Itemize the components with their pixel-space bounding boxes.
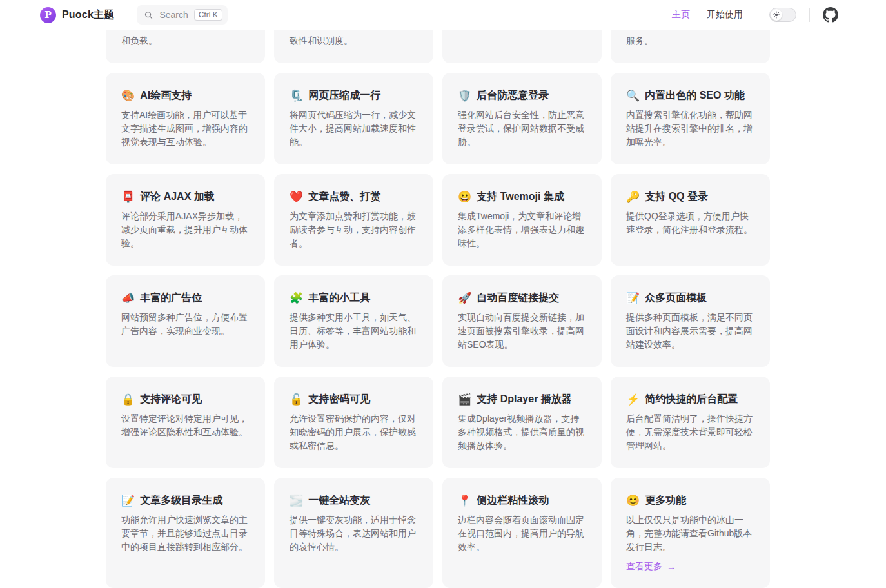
- feature-card-header: 📝 文章多级目录生成: [121, 493, 250, 507]
- feature-title: 众多页面模板: [645, 291, 707, 305]
- feature-card: 😀 支持 Twemoji 集成 集成Twemoji，为文章和评论增添多样化表情，…: [442, 174, 602, 266]
- feature-card: ⚡ 简约快捷的后台配置 后台配置简洁明了，操作快捷方便，无需深度技术背景即可轻松…: [611, 377, 770, 468]
- feature-card-header: ❤️ 文章点赞、打赏: [290, 190, 418, 204]
- feature-card: 📣 丰富的广告位 网站预留多种广告位，方便布置广告内容，实现商业变现。: [106, 275, 265, 367]
- feature-card-header: ⚡ 简约快捷的后台配置: [626, 392, 754, 406]
- search-placeholder: Search: [159, 10, 188, 20]
- feature-description: 支持AI绘画功能，用户可以基于文字描述生成图画，增强内容的视觉表现与互动体验。: [121, 108, 250, 149]
- feature-description: 提供QQ登录选项，方便用户快速登录，简化注册和登录流程。: [626, 210, 754, 237]
- search-button[interactable]: Search Ctrl K: [137, 5, 227, 24]
- feature-description: 以上仅仅只是功能中的冰山一角，完整功能请查看Github版本发行日志。: [626, 513, 754, 554]
- feature-card-header: 📍 侧边栏粘性滚动: [458, 493, 586, 507]
- feature-card: ❤️ 文章点赞、打赏 为文章添加点赞和打赏功能，鼓励读者参与互动，支持内容创作者…: [274, 174, 433, 266]
- feature-description: 实现自动向百度提交新链接，加速页面被搜索引擎收录，提高网站SEO表现。: [458, 311, 586, 351]
- feature-card-header: 📣 丰富的广告位: [121, 291, 250, 305]
- memo-icon: 📝: [121, 495, 135, 506]
- feature-card: 🎬 支持 Dplayer 播放器 集成Dplayer视频播放器，支持多种视频格式…: [442, 377, 602, 468]
- feature-card-header: 🧩 丰富的小工具: [290, 291, 418, 305]
- feature-title: 丰富的广告位: [140, 291, 202, 305]
- feature-description: 提供多种实用小工具，如天气、日历、标签等，丰富网站功能和用户体验。: [290, 311, 418, 351]
- right-arrow-icon: →: [667, 562, 676, 572]
- nav-link-home[interactable]: 主页: [672, 9, 690, 21]
- lightning-icon: ⚡: [626, 394, 640, 405]
- feature-description-fragment: 致性和识别度。: [290, 34, 353, 48]
- feature-title: 支持 QQ 登录: [645, 190, 708, 204]
- site-title: Puock主题: [62, 8, 114, 22]
- github-link[interactable]: [823, 7, 838, 23]
- theme-toggle-knob: [771, 9, 782, 21]
- megaphone-icon: 📣: [121, 293, 135, 304]
- feature-card: 😊 更多功能 以上仅仅只是功能中的冰山一角，完整功能请查看Github版本发行日…: [611, 478, 770, 588]
- feature-card-header: 🗜️ 网页压缩成一行: [290, 88, 418, 103]
- feature-title: 支持 Dplayer 播放器: [477, 392, 572, 406]
- feature-title: 内置出色的 SEO 功能: [645, 88, 745, 103]
- feature-card-header: 😀 支持 Twemoji 集成: [458, 190, 586, 204]
- feature-description: 集成Twemoji，为文章和评论增添多样化表情，增强表达力和趣味性。: [458, 210, 586, 250]
- feature-description: 提供一键变灰功能，适用于悼念日等特殊场合，表达网站和用户的哀悼心情。: [290, 513, 418, 554]
- memo-icon: 📝: [626, 293, 640, 304]
- rocket-icon: 🚀: [458, 293, 471, 304]
- feature-description: 为文章添加点赞和打赏功能，鼓励读者参与互动，支持内容创作者。: [290, 210, 418, 250]
- feature-description: 设置特定评论对特定用户可见，增强评论区隐私性和互动体验。: [121, 412, 250, 439]
- feature-card: 🔓 支持密码可见 允许设置密码保护的内容，仅对知晓密码的用户展示，保护敏感或私密…: [274, 377, 433, 468]
- feature-description: 后台配置简洁明了，操作快捷方便，无需深度技术背景即可轻松管理网站。: [626, 412, 754, 453]
- feature-title: 侧边栏粘性滚动: [477, 493, 549, 507]
- feature-title: 后台防恶意登录: [477, 88, 549, 103]
- pushpin-icon: 📍: [458, 495, 471, 506]
- feature-description: 将网页代码压缩为一行，减少文件大小，提高网站加载速度和性能。: [290, 108, 418, 149]
- feature-title: 丰富的小工具: [308, 291, 370, 305]
- clapper-board-icon: 🎬: [458, 394, 471, 405]
- feature-description: 提供多种页面模板，满足不同页面设计和内容展示需要，提高网站建设效率。: [626, 311, 754, 351]
- theme-toggle[interactable]: [769, 8, 796, 22]
- github-icon: [823, 7, 838, 23]
- nav-divider: [809, 8, 810, 22]
- clamp-icon: 🗜️: [290, 90, 303, 101]
- nav-divider: [756, 8, 756, 22]
- navbar: P Puock主题 Search Ctrl K 主页 开始使用: [0, 0, 886, 30]
- key-icon: 🔑: [626, 191, 640, 202]
- logo-letter: P: [44, 10, 52, 20]
- lock-icon: 🔒: [121, 394, 135, 405]
- feature-card: 🗜️ 网页压缩成一行 将网页代码压缩为一行，减少文件大小，提高网站加载速度和性能…: [274, 73, 433, 164]
- feature-card: 🎨 AI绘画支持 支持AI绘画功能，用户可以基于文字描述生成图画，增强内容的视觉…: [106, 73, 265, 164]
- feature-card-header: 🎬 支持 Dplayer 播放器: [458, 392, 586, 406]
- open-lock-icon: 🔓: [290, 394, 303, 405]
- see-more-label: 查看更多: [626, 561, 662, 573]
- feature-description: 强化网站后台安全性，防止恶意登录尝试，保护网站数据不受威胁。: [458, 108, 586, 149]
- palette-icon: 🎨: [121, 90, 135, 101]
- feature-card: 🛡️ 后台防恶意登录 强化网站后台安全性，防止恶意登录尝试，保护网站数据不受威胁…: [442, 73, 602, 164]
- feature-card-header: 📝 众多页面模板: [626, 291, 754, 305]
- feature-card-header: 🛡️ 后台防恶意登录: [458, 88, 586, 103]
- feature-card: 🧩 丰富的小工具 提供多种实用小工具，如天气、日历、标签等，丰富网站功能和用户体…: [274, 275, 433, 367]
- feature-title: AI绘画支持: [140, 88, 192, 103]
- feature-card-header: 🔑 支持 QQ 登录: [626, 190, 754, 204]
- see-more-link[interactable]: 查看更多 →: [626, 561, 676, 573]
- feature-card: 📮 评论 AJAX 加载 评论部分采用AJAX异步加载，减少页面重载，提升用户互…: [106, 174, 265, 266]
- feature-card-header: 🔒 支持评论可见: [121, 392, 250, 406]
- navbar-links: 主页 开始使用: [672, 7, 838, 23]
- feature-title: 支持评论可见: [140, 392, 202, 406]
- feature-title: 评论 AJAX 加载: [140, 190, 215, 204]
- feature-card: 📝 文章多级目录生成 功能允许用户快速浏览文章的主要章节，并且能够通过点击目录中…: [106, 478, 265, 588]
- feature-title: 自动百度链接提交: [477, 291, 559, 305]
- feature-card-header: 🌫️ 一键全站变灰: [290, 493, 418, 507]
- brand-home-link[interactable]: P Puock主题: [40, 7, 114, 23]
- feature-description-fragment: 和负载。: [121, 34, 157, 48]
- feature-description: 边栏内容会随着页面滚动而固定在视口范围内，提高用户的导航效率。: [458, 513, 586, 554]
- site-logo: P: [40, 7, 56, 23]
- feature-description: 集成Dplayer视频播放器，支持多种视频格式，提供高质量的视频播放体验。: [458, 412, 586, 453]
- feature-title: 文章点赞、打赏: [308, 190, 380, 204]
- feature-title: 网页压缩成一行: [308, 88, 380, 103]
- postbox-icon: 📮: [121, 191, 135, 202]
- feature-title: 简约快捷的后台配置: [645, 392, 738, 406]
- feature-title: 更多功能: [645, 493, 686, 507]
- shield-icon: 🛡️: [458, 90, 471, 101]
- feature-description: 网站预留多种广告位，方便布置广告内容，实现商业变现。: [121, 311, 250, 338]
- feature-card-header: 🔓 支持密码可见: [290, 392, 418, 406]
- features-section: 和负载。 致性和识别度。 服务。 🎨 AI绘画支持 支持AI绘画功能，用户可以基…: [106, 0, 770, 588]
- nav-link-get-started[interactable]: 开始使用: [707, 9, 743, 21]
- feature-card-header: 🎨 AI绘画支持: [121, 88, 250, 103]
- feature-card-header: 🔍 内置出色的 SEO 功能: [626, 88, 754, 103]
- feature-title: 一键全站变灰: [308, 493, 370, 507]
- feature-title: 支持 Twemoji 集成: [477, 190, 564, 204]
